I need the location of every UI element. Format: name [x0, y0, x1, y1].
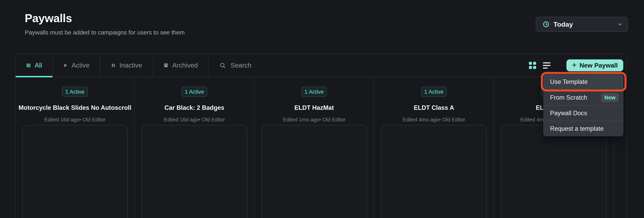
status-badge: 1 Active: [421, 87, 446, 97]
chevron-down-icon: [617, 21, 623, 27]
page-title: Paywalls: [25, 11, 72, 25]
paywall-title: ELDT Class A: [414, 104, 454, 112]
menu-item-label: Paywall Docs: [550, 110, 587, 117]
paywall-card[interactable]: 1 Active Car Black: 2 Badges Edited 16d …: [134, 78, 254, 218]
status-badge: 1 Active: [301, 87, 327, 97]
clock-icon: [543, 21, 550, 28]
tab-all[interactable]: All: [16, 54, 53, 77]
paywall-preview: [261, 125, 367, 218]
paywall-preview: [381, 125, 487, 218]
list-lines-icon: [26, 63, 31, 68]
paywall-edited-meta: Edited 4mo ago• Old Editor: [402, 117, 465, 122]
play-icon: [63, 63, 68, 68]
search-input[interactable]: [230, 61, 314, 69]
new-paywall-menu: Use Template From Scratch New Paywall Do…: [543, 74, 624, 136]
paywall-preview: [142, 125, 247, 218]
plus-icon: +: [572, 61, 576, 69]
tab-bar: All Active Inactive: [16, 54, 626, 77]
search-box[interactable]: [208, 54, 529, 77]
status-badge: 1 Active: [182, 87, 207, 97]
menu-item-paywall-docs[interactable]: Paywall Docs: [543, 105, 624, 121]
tab-label: Inactive: [120, 62, 142, 69]
date-filter-dropdown[interactable]: Today: [536, 17, 628, 32]
paywalls-page: Paywalls Paywalls must be added to campa…: [0, 0, 644, 218]
paywall-edited-meta: Edited 16d ago• Old Editor: [44, 117, 106, 122]
new-paywall-label: New Paywall: [580, 62, 618, 69]
paywall-column: 1 Active ELDT Class A Edited 4mo ago• Ol…: [374, 78, 494, 218]
page-subtitle: Paywalls must be added to campaigns for …: [25, 29, 185, 36]
paywall-column: 1 Active Motorcycle Black Slides No Auto…: [16, 78, 134, 218]
paywall-title: Motorcycle Black Slides No Autoscroll: [18, 104, 132, 112]
active-tab-underline: [16, 76, 52, 77]
grid-view-icon[interactable]: [529, 62, 536, 69]
archive-icon: [163, 63, 168, 68]
tab-active[interactable]: Active: [53, 54, 100, 77]
paywall-preview: [22, 125, 128, 218]
tab-label: Active: [72, 62, 90, 69]
pause-icon: [111, 63, 116, 68]
menu-item-label: Use Template: [550, 78, 588, 85]
view-controls: + New Paywall: [529, 54, 626, 77]
paywall-column: 1 Active Car Black: 2 Badges Edited 16d …: [134, 78, 254, 218]
paywalls-panel: All Active Inactive: [15, 53, 627, 218]
menu-item-label: From Scratch: [550, 94, 587, 101]
paywall-edited-meta: Edited 16d ago• Old Editor: [164, 117, 225, 122]
tab-label: All: [35, 62, 42, 69]
paywall-title: ELDT HazMat: [294, 104, 334, 112]
paywall-card[interactable]: 1 Active ELDT Class A Edited 4mo ago• Ol…: [374, 78, 494, 218]
tab-archived[interactable]: Archived: [153, 54, 208, 77]
paywall-edited-meta: Edited 1mo ago• Old Editor: [283, 117, 346, 122]
date-filter-label: Today: [554, 20, 573, 28]
list-view-icon[interactable]: [543, 62, 550, 69]
menu-item-request-template[interactable]: Request a template: [543, 121, 624, 136]
paywall-column: 1 Active ELDT HazMat Edited 1mo ago• Old…: [254, 78, 374, 218]
menu-item-use-template[interactable]: Use Template: [543, 74, 624, 90]
paywall-title: Car Black: 2 Badges: [164, 104, 224, 112]
menu-item-from-scratch[interactable]: From Scratch New: [543, 90, 624, 105]
new-paywall-button[interactable]: + New Paywall: [566, 59, 623, 71]
paywall-grid: 1 Active Motorcycle Black Slides No Auto…: [16, 78, 626, 218]
tab-inactive[interactable]: Inactive: [100, 54, 153, 77]
paywall-preview: [501, 125, 607, 218]
status-badge: 1 Active: [62, 87, 88, 97]
new-badge: New: [601, 93, 619, 102]
menu-item-label: Request a template: [550, 125, 604, 132]
tab-label: Archived: [172, 62, 198, 69]
search-icon: [220, 62, 226, 69]
paywall-card[interactable]: 1 Active ELDT HazMat Edited 1mo ago• Old…: [254, 78, 374, 218]
paywall-card[interactable]: 1 Active Motorcycle Black Slides No Auto…: [16, 78, 134, 218]
